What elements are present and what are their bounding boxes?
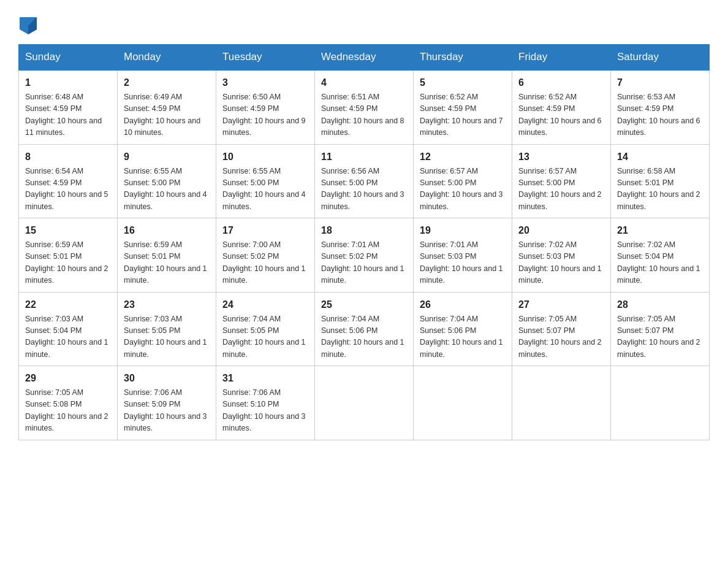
day-info: Sunrise: 7:03 AMSunset: 5:04 PMDaylight:… [25,313,111,361]
calendar-cell: 25Sunrise: 7:04 AMSunset: 5:06 PMDayligh… [315,292,414,366]
day-number: 30 [124,371,210,386]
day-info: Sunrise: 7:00 AMSunset: 5:02 PMDaylight:… [222,239,308,287]
day-number: 9 [124,150,210,164]
day-info: Sunrise: 7:04 AMSunset: 5:06 PMDaylight:… [321,313,407,361]
day-info: Sunrise: 6:52 AMSunset: 4:59 PMDaylight:… [518,91,604,139]
day-number: 3 [222,75,308,90]
calendar-cell: 27Sunrise: 7:05 AMSunset: 5:07 PMDayligh… [512,292,611,366]
day-number: 10 [222,150,308,164]
day-info: Sunrise: 7:01 AMSunset: 5:02 PMDaylight:… [321,239,407,287]
calendar-cell: 2Sunrise: 6:49 AMSunset: 4:59 PMDaylight… [118,70,216,144]
column-header-wednesday: Wednesday [315,45,414,71]
calendar-cell: 17Sunrise: 7:00 AMSunset: 5:02 PMDayligh… [216,218,315,293]
day-number: 19 [420,223,506,238]
calendar-cell [611,366,710,440]
calendar-cell: 4Sunrise: 6:51 AMSunset: 4:59 PMDaylight… [315,70,414,144]
calendar-week-row: 29Sunrise: 7:05 AMSunset: 5:08 PMDayligh… [19,366,710,440]
calendar-cell: 26Sunrise: 7:04 AMSunset: 5:06 PMDayligh… [414,292,512,366]
day-number: 21 [617,223,703,238]
calendar-cell [315,366,414,440]
day-number: 5 [420,75,506,90]
calendar-cell: 12Sunrise: 6:57 AMSunset: 5:00 PMDayligh… [414,144,512,218]
column-header-thursday: Thursday [414,45,512,71]
calendar-cell: 30Sunrise: 7:06 AMSunset: 5:09 PMDayligh… [118,366,216,440]
day-info: Sunrise: 6:52 AMSunset: 4:59 PMDaylight:… [420,91,506,139]
day-info: Sunrise: 7:04 AMSunset: 5:06 PMDaylight:… [420,313,506,361]
calendar-table: SundayMondayTuesdayWednesdayThursdayFrid… [18,44,710,440]
logo-text [18,17,37,38]
day-info: Sunrise: 6:51 AMSunset: 4:59 PMDaylight:… [321,91,407,139]
day-info: Sunrise: 6:58 AMSunset: 5:01 PMDaylight:… [617,166,703,213]
logo-icon [20,17,37,34]
calendar-cell [414,366,512,440]
calendar-cell: 14Sunrise: 6:58 AMSunset: 5:01 PMDayligh… [611,144,710,218]
calendar-cell: 19Sunrise: 7:01 AMSunset: 5:03 PMDayligh… [414,218,512,293]
day-number: 8 [25,150,111,164]
calendar-cell: 13Sunrise: 6:57 AMSunset: 5:00 PMDayligh… [512,144,611,218]
day-info: Sunrise: 7:06 AMSunset: 5:09 PMDaylight:… [124,387,210,435]
calendar-cell: 3Sunrise: 6:50 AMSunset: 4:59 PMDaylight… [216,70,315,144]
day-info: Sunrise: 7:04 AMSunset: 5:05 PMDaylight:… [222,313,308,361]
calendar-week-row: 8Sunrise: 6:54 AMSunset: 4:59 PMDaylight… [19,144,710,218]
calendar-week-row: 15Sunrise: 6:59 AMSunset: 5:01 PMDayligh… [19,218,710,293]
day-number: 13 [518,150,604,164]
calendar-week-row: 1Sunrise: 6:48 AMSunset: 4:59 PMDaylight… [19,70,710,144]
day-info: Sunrise: 6:59 AMSunset: 5:01 PMDaylight:… [124,239,210,287]
calendar-cell: 23Sunrise: 7:03 AMSunset: 5:05 PMDayligh… [118,292,216,366]
day-number: 26 [420,297,506,312]
day-info: Sunrise: 6:54 AMSunset: 4:59 PMDaylight:… [25,166,111,213]
calendar-cell: 31Sunrise: 7:06 AMSunset: 5:10 PMDayligh… [216,366,315,440]
day-info: Sunrise: 7:03 AMSunset: 5:05 PMDaylight:… [124,313,210,361]
day-number: 4 [321,75,407,90]
calendar-cell: 15Sunrise: 6:59 AMSunset: 5:01 PMDayligh… [19,218,118,293]
day-number: 12 [420,150,506,164]
day-number: 7 [617,75,703,90]
day-info: Sunrise: 6:59 AMSunset: 5:01 PMDaylight:… [25,239,111,287]
day-number: 24 [222,297,308,312]
calendar-week-row: 22Sunrise: 7:03 AMSunset: 5:04 PMDayligh… [19,292,710,366]
day-info: Sunrise: 6:56 AMSunset: 5:00 PMDaylight:… [321,166,407,213]
day-number: 29 [25,371,111,386]
calendar-cell: 28Sunrise: 7:05 AMSunset: 5:07 PMDayligh… [611,292,710,366]
day-info: Sunrise: 7:02 AMSunset: 5:04 PMDaylight:… [617,239,703,287]
column-header-monday: Monday [118,45,216,71]
day-number: 18 [321,223,407,238]
day-number: 23 [124,297,210,312]
day-info: Sunrise: 7:05 AMSunset: 5:08 PMDaylight:… [25,387,111,435]
logo [18,17,37,38]
day-number: 16 [124,223,210,238]
day-info: Sunrise: 7:01 AMSunset: 5:03 PMDaylight:… [420,239,506,287]
day-number: 2 [124,75,210,90]
day-number: 1 [25,75,111,90]
column-header-tuesday: Tuesday [216,45,315,71]
calendar-cell: 22Sunrise: 7:03 AMSunset: 5:04 PMDayligh… [19,292,118,366]
day-info: Sunrise: 6:48 AMSunset: 4:59 PMDaylight:… [25,91,111,139]
calendar-cell: 18Sunrise: 7:01 AMSunset: 5:02 PMDayligh… [315,218,414,293]
day-number: 15 [25,223,111,238]
day-info: Sunrise: 6:57 AMSunset: 5:00 PMDaylight:… [518,166,604,213]
calendar-cell: 16Sunrise: 6:59 AMSunset: 5:01 PMDayligh… [118,218,216,293]
calendar-cell: 6Sunrise: 6:52 AMSunset: 4:59 PMDaylight… [512,70,611,144]
day-number: 20 [518,223,604,238]
day-info: Sunrise: 7:06 AMSunset: 5:10 PMDaylight:… [222,387,308,435]
day-number: 14 [617,150,703,164]
calendar-cell: 24Sunrise: 7:04 AMSunset: 5:05 PMDayligh… [216,292,315,366]
calendar-cell: 21Sunrise: 7:02 AMSunset: 5:04 PMDayligh… [611,218,710,293]
calendar-cell: 7Sunrise: 6:53 AMSunset: 4:59 PMDaylight… [611,70,710,144]
calendar-cell [512,366,611,440]
column-header-friday: Friday [512,45,611,71]
calendar-cell: 5Sunrise: 6:52 AMSunset: 4:59 PMDaylight… [414,70,512,144]
calendar-cell: 11Sunrise: 6:56 AMSunset: 5:00 PMDayligh… [315,144,414,218]
day-number: 6 [518,75,604,90]
day-number: 11 [321,150,407,164]
day-info: Sunrise: 6:57 AMSunset: 5:00 PMDaylight:… [420,166,506,213]
calendar-cell: 10Sunrise: 6:55 AMSunset: 5:00 PMDayligh… [216,144,315,218]
calendar-cell: 20Sunrise: 7:02 AMSunset: 5:03 PMDayligh… [512,218,611,293]
day-number: 22 [25,297,111,312]
column-header-saturday: Saturday [611,45,710,71]
day-number: 28 [617,297,703,312]
day-info: Sunrise: 6:49 AMSunset: 4:59 PMDaylight:… [124,91,210,139]
day-info: Sunrise: 7:02 AMSunset: 5:03 PMDaylight:… [518,239,604,287]
calendar-cell: 29Sunrise: 7:05 AMSunset: 5:08 PMDayligh… [19,366,118,440]
day-info: Sunrise: 7:05 AMSunset: 5:07 PMDaylight:… [617,313,703,361]
